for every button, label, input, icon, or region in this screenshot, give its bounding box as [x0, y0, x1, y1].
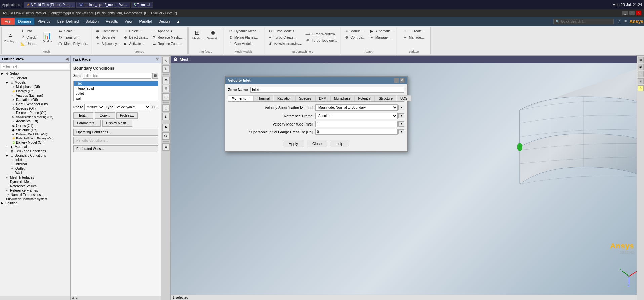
automatic-button[interactable]: ▶ Automatic...: [368, 28, 395, 34]
display-button[interactable]: 🖥 Display...: [3, 31, 18, 44]
vi-tab-uds[interactable]: UDS: [397, 95, 411, 101]
maximize-button[interactable]: □: [629, 11, 635, 15]
minimize-button[interactable]: _: [622, 11, 628, 15]
edit-button[interactable]: Edit...: [73, 112, 93, 119]
tree-wall-bc[interactable]: + Wall: [1, 171, 70, 175]
vi-close-button[interactable]: ✕: [400, 78, 404, 83]
tree-heat-exchanger[interactable]: ♨ Heat Exchanger (Off): [1, 102, 70, 106]
tree-reference-values[interactable]: Reference Values: [1, 184, 70, 188]
close-window-button[interactable]: ✕: [636, 11, 641, 15]
tree-models[interactable]: ▶ ⚙ Models: [1, 80, 70, 85]
tree-radiation[interactable]: ☀ Radiation (Off): [1, 98, 70, 102]
scale-button[interactable]: ⇔ Scale...: [56, 28, 89, 34]
vi-tab-momentum[interactable]: Momentum: [228, 95, 253, 101]
vtool-zoom-out-button[interactable]: ⊖: [162, 93, 170, 101]
append-button[interactable]: + Append ▼: [150, 28, 186, 34]
tree-optics[interactable]: ◉ Optics (Off): [1, 123, 70, 128]
taskbar-app2[interactable]: W laminar_pipe-2_mesh - Wo...: [76, 2, 130, 8]
tree-setup[interactable]: ▶ ⚙ Setup: [1, 71, 70, 76]
profiles-button[interactable]: Profiles...: [116, 112, 138, 119]
outline-filter-input[interactable]: [1, 64, 69, 69]
make-polyhedra-button[interactable]: ⬡ Make Polyhedra: [56, 41, 89, 47]
vtool-select-button[interactable]: ↖: [162, 57, 170, 64]
vtool-rotate-button[interactable]: ↻: [162, 65, 170, 73]
info-button[interactable]: ℹ Info: [18, 28, 38, 34]
tree-viscous[interactable]: 〰 Viscous (Laminar): [1, 93, 70, 98]
units-button[interactable]: 📐 Units...: [18, 41, 38, 47]
mixing-planes-button[interactable]: ⊛ Mixing Planes...: [227, 34, 260, 40]
quality-button[interactable]: 📊 Quality: [39, 31, 55, 44]
vi-tab-potential[interactable]: Potential: [354, 95, 375, 101]
dynamic-mesh-button[interactable]: ⟳ Dynamic Mesh...: [227, 28, 260, 34]
vtool-fit-button[interactable]: ⊡: [162, 104, 170, 112]
rsb-warning-button[interactable]: ⚠: [638, 85, 644, 91]
vtool-settings-button[interactable]: ⚙: [162, 132, 170, 140]
menu-results[interactable]: Results: [102, 18, 121, 25]
vi-help-button[interactable]: Help: [330, 140, 349, 147]
menu-domain[interactable]: Domain: [15, 18, 34, 25]
turbo-models-button[interactable]: ⚙ Turbo Models: [266, 28, 304, 34]
copy-button[interactable]: Copy...: [95, 112, 115, 119]
vi-velocity-spec-select[interactable]: Magnitude, Normal to Boundary: [315, 104, 398, 111]
task-panel-bottom-scrollbar[interactable]: ◀ ▶: [71, 296, 161, 300]
tree-inlet-bc[interactable]: + Inlet: [1, 158, 70, 162]
menu-file[interactable]: File: [1, 18, 15, 25]
menu-more[interactable]: ▲: [173, 18, 184, 25]
vi-tab-dpm[interactable]: DPM: [315, 95, 330, 101]
phase-select[interactable]: mixture: [84, 104, 104, 110]
tree-battery[interactable]: 🔋 Battery Model (Off): [1, 140, 70, 145]
gap-model-button[interactable]: ⌇ Gap Model...: [227, 41, 260, 47]
rsb-display-button[interactable]: ⊞: [638, 57, 644, 63]
vtool-zoom-button[interactable]: ⊕: [162, 85, 170, 92]
menu-solution[interactable]: Solution: [82, 18, 102, 25]
vi-tab-thermal[interactable]: Thermal: [253, 95, 273, 101]
vi-supersonic-input[interactable]: [315, 129, 398, 135]
combine-button[interactable]: ⊕ Combine ▼: [94, 28, 121, 34]
manage-surface-button[interactable]: ≡ Manage...: [401, 34, 426, 40]
taskbar-app1[interactable]: A A:Fluid Flow (Fluent) Para...: [24, 2, 75, 8]
vi-ref-frame-select[interactable]: Absolute: [315, 113, 398, 119]
periodic-conditions-button[interactable]: Periodic Conditions...: [73, 137, 158, 144]
mesh-interfaces-button[interactable]: ⊞ Mesh...: [190, 28, 205, 41]
vi-ref-frame-dropdown[interactable]: ▼: [398, 113, 404, 118]
vtool-info-button[interactable]: ℹ: [162, 113, 170, 120]
tree-potential[interactable]: ⚡ Potential/Li-ion Battery (Off): [1, 136, 70, 140]
tree-mesh-interfaces[interactable]: + Mesh Interfaces: [1, 175, 70, 180]
zone-list-button[interactable]: ⊞: [152, 73, 158, 79]
tree-solidification[interactable]: ❄ Solidification & Melting (Off): [1, 115, 70, 119]
vi-velocity-mag-input[interactable]: [315, 121, 398, 127]
tree-dynamic-mesh[interactable]: Dynamic Mesh: [1, 180, 70, 184]
tree-reference-frames[interactable]: + Reference Frames: [1, 188, 70, 193]
menu-physics[interactable]: Physics: [34, 18, 54, 25]
rsb-graphics-button[interactable]: ◉: [638, 64, 644, 70]
zone-filter-input[interactable]: [83, 73, 151, 79]
vi-minimize-button[interactable]: _: [394, 78, 399, 83]
tree-general[interactable]: □ General: [1, 76, 70, 80]
operating-conditions-button[interactable]: Operating Conditions...: [73, 129, 158, 136]
replace-zone-button[interactable]: ⇄ Replace Zone...: [150, 41, 186, 47]
zone-item-outlet[interactable]: outlet: [74, 91, 158, 96]
tree-internal-bc[interactable]: + Internal: [1, 162, 70, 166]
tree-outlet-bc[interactable]: + Outlet: [1, 166, 70, 171]
manual-button[interactable]: ✎ Manual...: [343, 28, 367, 34]
transform-button[interactable]: ↻ Transform: [56, 34, 89, 40]
scroll-left-arrow[interactable]: ◀: [71, 297, 75, 300]
search-input[interactable]: [561, 20, 611, 23]
tree-eulerian[interactable]: ≋ Eulerian Wall Film (Off): [1, 132, 70, 136]
menu-user-defined[interactable]: User-Defined: [54, 18, 82, 25]
vtool-toggle-button[interactable]: ⇕: [162, 143, 170, 151]
adjacency-button[interactable]: ≈ Adjacency...: [94, 41, 121, 47]
tree-acoustics[interactable]: ♪ Acoustics (Off): [1, 119, 70, 123]
outline-close-button[interactable]: ◀: [65, 57, 68, 61]
overset-button[interactable]: ◈ Overset...: [205, 28, 221, 41]
vi-close-dialog-button[interactable]: Close: [307, 140, 327, 147]
tree-discrete-phase[interactable]: · Discrete Phase (Off): [1, 111, 70, 115]
display-mesh-button[interactable]: Display Mesh...: [102, 120, 132, 127]
menu-parallel[interactable]: Parallel: [136, 18, 155, 25]
menu-search-box[interactable]: 🔍: [553, 19, 614, 24]
vi-apply-button[interactable]: Apply: [283, 140, 304, 147]
vi-velocity-mag-dropdown[interactable]: ▼: [398, 121, 404, 127]
tree-multiphase[interactable]: ○ Multiphase (Off): [1, 85, 70, 89]
deactivate-button[interactable]: ⊘ Deactivate...: [121, 34, 149, 40]
vi-tab-radiation[interactable]: Radiation: [274, 95, 295, 101]
